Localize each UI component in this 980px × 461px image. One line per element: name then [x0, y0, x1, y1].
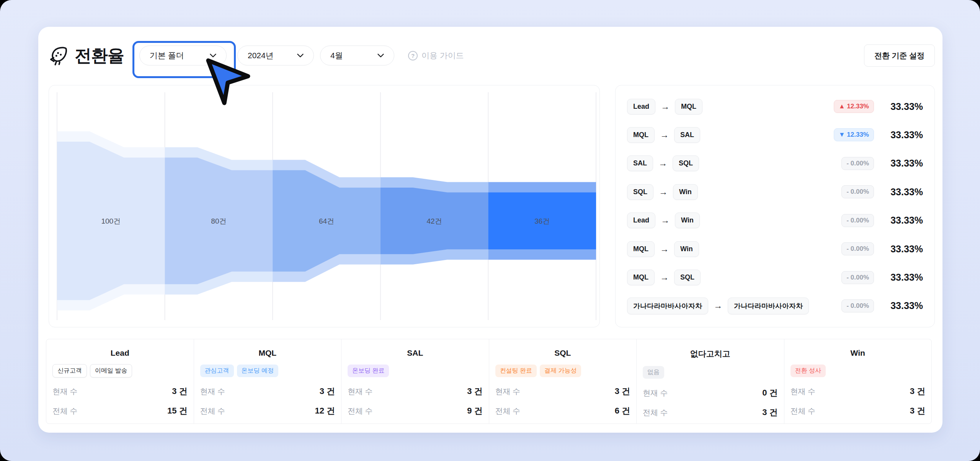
stage-chip-from: MQL: [627, 241, 655, 257]
stage-chip-to: SQL: [674, 270, 701, 285]
funnel-chart-svg: 100건80건64건42건36건: [49, 85, 599, 327]
total-count-value: 12 건: [315, 405, 335, 417]
conversion-values: - 0.00% 33.33%: [841, 157, 923, 170]
stage-chip-from: MQL: [627, 270, 655, 285]
total-count-label: 전체 수: [495, 406, 521, 416]
conversion-rate: 33.33%: [882, 300, 923, 311]
total-count-label: 전체 수: [348, 406, 373, 416]
stage-tags: 온보딩 완료: [348, 364, 483, 378]
svg-text:64건: 64건: [319, 217, 334, 225]
stage-current-row: 현재 수 3 건: [200, 386, 335, 397]
svg-text:42건: 42건: [427, 217, 442, 225]
stage-tag: 결제 가능성: [540, 365, 581, 377]
usage-guide-label: 이용 가이드: [421, 50, 464, 61]
current-count-label: 현재 수: [495, 386, 521, 397]
conversion-row: MQL → Win - 0.00% 33.33%: [627, 238, 923, 260]
total-count-label: 전체 수: [52, 406, 78, 416]
current-count-value: 3 건: [910, 386, 925, 397]
current-count-label: 현재 수: [200, 386, 225, 397]
question-circle-icon: ?: [408, 51, 418, 60]
conversion-row: MQL → SAL ▼ 12.33% 33.33%: [627, 124, 923, 146]
stage-column: 없다고치고 없음 현재 수 0 건 전체 수 3 건: [637, 339, 784, 423]
current-count-value: 0 건: [762, 387, 777, 399]
stage-tag: 관심고객: [200, 365, 234, 377]
svg-text:80건: 80건: [211, 217, 226, 225]
conversion-settings-button[interactable]: 전환 기준 설정: [864, 44, 935, 67]
conversion-panel: Lead → MQL ▲ 12.33% 33.33% MQL → SAL ▼ 1…: [615, 85, 935, 327]
folder-select-value: 기본 폴더: [150, 50, 184, 61]
conversion-pair: Lead → MQL: [627, 99, 702, 114]
conversion-values: ▲ 12.33% 33.33%: [834, 100, 923, 113]
conversion-pair: MQL → Win: [627, 241, 699, 257]
stage-chip-to: SAL: [674, 127, 700, 143]
conversion-values: - 0.00% 33.33%: [841, 271, 923, 284]
total-count-value: 3 건: [762, 407, 777, 418]
total-count-value: 9 건: [467, 405, 482, 417]
stage-tag: 컨설팅 완료: [495, 365, 537, 377]
conversion-values: ▼ 12.33% 33.33%: [834, 128, 923, 141]
conversion-pair: MQL → SAL: [627, 127, 700, 143]
conversion-row: MQL → SQL - 0.00% 33.33%: [627, 266, 923, 289]
conversion-row: SQL → Win - 0.00% 33.33%: [627, 181, 923, 203]
conversion-rate: 33.33%: [882, 186, 923, 198]
stage-tags: 관심고객온보딩 예정: [200, 364, 335, 378]
arrow-right-icon: →: [659, 187, 668, 197]
stage-total-row: 전체 수 3 건: [643, 407, 778, 418]
stage-column: Win 전환 성사 현재 수 3 건 전체 수 3 건: [784, 339, 932, 423]
delta-badge: - 0.00%: [841, 157, 874, 170]
stage-column: MQL 관심고객온보딩 예정 현재 수 3 건 전체 수 12 건: [194, 339, 342, 423]
stage-total-row: 전체 수 9 건: [348, 405, 483, 417]
total-count-label: 전체 수: [200, 406, 225, 416]
stage-current-row: 현재 수 3 건: [52, 386, 188, 397]
usage-guide-link[interactable]: ? 이용 가이드: [408, 50, 464, 61]
stage-total-row: 전체 수 3 건: [791, 405, 926, 417]
conversion-row: SAL → SQL - 0.00% 33.33%: [627, 152, 923, 175]
current-count-value: 3 건: [320, 386, 335, 397]
delta-badge: - 0.00%: [841, 185, 874, 198]
current-count-label: 현재 수: [348, 386, 373, 397]
stage-tag: 없음: [643, 366, 664, 379]
delta-badge: - 0.00%: [841, 271, 874, 284]
stage-tags: 전환 성사: [791, 364, 926, 378]
delta-badge: - 0.00%: [841, 214, 874, 227]
svg-text:36건: 36건: [534, 217, 550, 225]
stage-total-row: 전체 수 6 건: [495, 405, 630, 417]
stage-name: MQL: [200, 348, 335, 358]
arrow-right-icon: →: [661, 101, 670, 112]
month-select[interactable]: 4월: [320, 46, 394, 65]
stage-tag: 이메일 발송: [90, 364, 132, 378]
arrow-right-icon: →: [660, 130, 669, 140]
arrow-right-icon: →: [661, 215, 670, 226]
total-count-label: 전체 수: [791, 406, 816, 416]
stage-name: Lead: [52, 348, 188, 358]
stage-column: SAL 온보딩 완료 현재 수 3 건 전체 수 9 건: [341, 339, 489, 423]
stage-current-row: 현재 수 3 건: [791, 386, 926, 397]
page-background: 전환율 기본 폴더 2024년 4월: [0, 0, 980, 461]
stage-name: Win: [791, 348, 926, 358]
arrow-right-icon: →: [660, 244, 669, 254]
conversion-pair: MQL → SQL: [627, 270, 701, 285]
stage-name: SQL: [495, 348, 630, 358]
current-count-value: 3 건: [467, 386, 482, 397]
stage-tag: 온보딩 완료: [348, 365, 389, 377]
stage-table: Lead 신규고객이메일 발송 현재 수 3 건 전체 수 15 건 MQL 관…: [46, 339, 932, 424]
stage-column: Lead 신규고객이메일 발송 현재 수 3 건 전체 수 15 건: [46, 339, 194, 423]
stage-current-row: 현재 수 0 건: [643, 387, 778, 399]
delta-badge: - 0.00%: [841, 299, 874, 312]
conversion-values: - 0.00% 33.33%: [841, 299, 923, 312]
current-count-label: 현재 수: [791, 386, 816, 397]
stage-chip-to: Win: [675, 213, 700, 228]
mouse-cursor-icon: [206, 58, 252, 106]
chevron-down-icon: [297, 54, 304, 58]
stage-chip-to: 가나다라마바사아자차: [728, 298, 809, 314]
header: 전환율 기본 폴더 2024년 4월: [49, 27, 935, 84]
stage-chip-to: Win: [673, 184, 698, 200]
stage-chip-from: SAL: [627, 155, 653, 171]
current-count-label: 현재 수: [52, 386, 78, 397]
stage-tags: 신규고객이메일 발송: [52, 364, 188, 378]
stage-chip-to: SQL: [673, 155, 699, 171]
arrow-right-icon: →: [658, 158, 667, 168]
conversion-values: - 0.00% 33.33%: [841, 242, 923, 255]
month-select-value: 4월: [330, 50, 343, 61]
total-count-value: 6 건: [615, 405, 630, 417]
